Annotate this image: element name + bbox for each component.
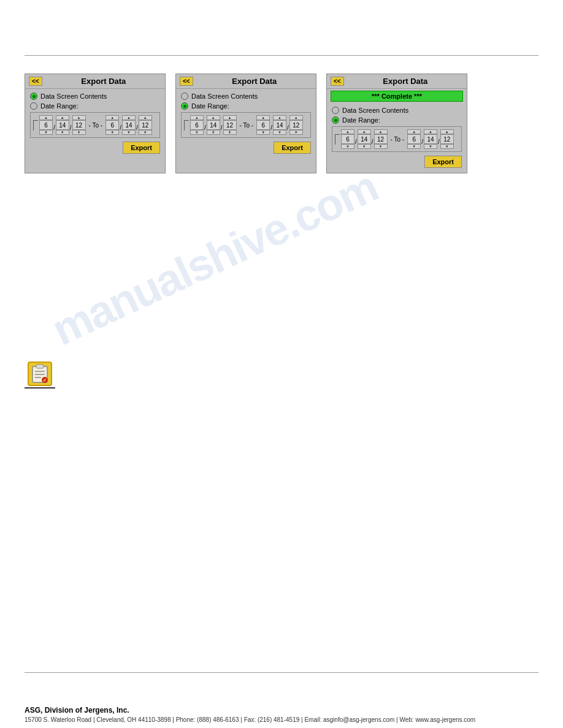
to-label-1: - To - bbox=[89, 122, 103, 129]
complete-banner: *** Complete *** bbox=[331, 91, 463, 102]
slash-2a: / bbox=[204, 124, 206, 131]
to-day-1[interactable]: ▲ 14 ▼ bbox=[122, 115, 136, 135]
to-month-2[interactable]: ▲ 6 ▼ bbox=[256, 115, 270, 135]
panel-3-title: Export Data bbox=[348, 77, 463, 86]
from-month-down-3[interactable]: ▼ bbox=[341, 144, 354, 149]
date-range-wrapper-3: ▲ 6 ▼ / ▲ 14 ▼ / bbox=[332, 126, 462, 152]
from-day-up-3[interactable]: ▲ bbox=[358, 129, 371, 134]
date-range-row-3: Date Range: bbox=[332, 116, 462, 124]
to-day-up-2[interactable]: ▲ bbox=[273, 115, 286, 120]
from-year-up-2[interactable]: ▲ bbox=[223, 115, 237, 120]
to-label-2: - To - bbox=[240, 122, 254, 129]
date-range-label-2: Date Range: bbox=[191, 102, 229, 110]
watermark: manualshive.com bbox=[37, 157, 392, 358]
export-button-2[interactable]: Export bbox=[274, 142, 311, 154]
from-day-2[interactable]: ▲ 14 ▼ bbox=[207, 115, 220, 135]
date-range-radio-1[interactable] bbox=[30, 102, 37, 110]
to-month-up-3[interactable]: ▲ bbox=[407, 129, 421, 134]
panel-2-body: Data Screen Contents Date Range: bbox=[176, 89, 316, 159]
date-range-radio-2[interactable] bbox=[181, 102, 188, 110]
note-icon: ✓ bbox=[28, 362, 52, 386]
data-screen-radio-2[interactable] bbox=[181, 93, 188, 100]
from-year-2[interactable]: ▲ 12 ▼ bbox=[223, 115, 237, 135]
to-month-down-1[interactable]: ▼ bbox=[105, 130, 119, 135]
top-rule bbox=[25, 55, 538, 56]
from-year-down-1[interactable]: ▼ bbox=[72, 130, 86, 135]
from-month-down-2[interactable]: ▼ bbox=[190, 130, 204, 135]
to-year-2[interactable]: ▲ 12 ▼ bbox=[289, 115, 303, 135]
from-month-up-3[interactable]: ▲ bbox=[341, 129, 354, 134]
slash-2c: / bbox=[270, 124, 272, 131]
from-day-up-2[interactable]: ▲ bbox=[207, 115, 220, 120]
from-day-down-2[interactable]: ▼ bbox=[207, 130, 220, 135]
to-label-3: - To - bbox=[391, 136, 405, 143]
from-year-3[interactable]: ▲ 12 ▼ bbox=[374, 129, 388, 149]
to-month-up-1[interactable]: ▲ bbox=[105, 115, 119, 120]
to-month-3[interactable]: ▲ 6 ▼ bbox=[407, 129, 421, 149]
from-year-down-2[interactable]: ▼ bbox=[223, 130, 237, 135]
data-screen-label-1: Data Screen Contents bbox=[40, 93, 107, 100]
to-month-up-2[interactable]: ▲ bbox=[256, 115, 270, 120]
slash-2b: / bbox=[221, 124, 223, 131]
from-month-down-1[interactable]: ▼ bbox=[39, 130, 53, 135]
to-day-down-3[interactable]: ▼ bbox=[424, 144, 437, 149]
from-month-2[interactable]: ▲ 6 ▼ bbox=[190, 115, 204, 135]
from-month-1[interactable]: ▲ 6 ▼ bbox=[39, 115, 53, 135]
slash-1b: / bbox=[70, 124, 72, 131]
to-day-down-1[interactable]: ▼ bbox=[122, 130, 136, 135]
from-year-up-3[interactable]: ▲ bbox=[374, 129, 388, 134]
slash-3c: / bbox=[421, 138, 423, 145]
to-month-1[interactable]: ▲ 6 ▼ bbox=[105, 115, 119, 135]
footer-address: 15700 S. Waterloo Road | Cleveland, OH 4… bbox=[25, 716, 538, 723]
from-day-3[interactable]: ▲ 14 ▼ bbox=[358, 129, 371, 149]
to-day-3[interactable]: ▲ 14 ▼ bbox=[424, 129, 437, 149]
date-range-wrapper-1: ▲ 6 ▼ / ▲ 14 ▼ / bbox=[30, 112, 160, 138]
from-day-down-3[interactable]: ▼ bbox=[358, 144, 371, 149]
panel-1-title-bar: << Export Data bbox=[25, 74, 165, 89]
slash-1a: / bbox=[53, 124, 55, 131]
to-year-down-1[interactable]: ▼ bbox=[139, 130, 152, 135]
export-button-1[interactable]: Export bbox=[123, 142, 160, 154]
to-month-down-2[interactable]: ▼ bbox=[256, 130, 270, 135]
export-button-3[interactable]: Export bbox=[424, 156, 462, 168]
data-screen-radio-1[interactable] bbox=[30, 93, 37, 100]
from-year-1[interactable]: ▲ 12 ▼ bbox=[72, 115, 86, 135]
data-screen-label-2: Data Screen Contents bbox=[191, 93, 258, 100]
data-screen-label-3: Data Screen Contents bbox=[342, 107, 408, 114]
to-year-1[interactable]: ▲ 12 ▼ bbox=[139, 115, 152, 135]
from-month-up-1[interactable]: ▲ bbox=[39, 115, 53, 120]
back-button-1[interactable]: << bbox=[29, 77, 42, 86]
back-button-2[interactable]: << bbox=[180, 77, 193, 86]
to-day-2[interactable]: ▲ 14 ▼ bbox=[273, 115, 286, 135]
from-month-3[interactable]: ▲ 6 ▼ bbox=[341, 129, 354, 149]
from-year-up-1[interactable]: ▲ bbox=[72, 115, 86, 120]
slash-3a: / bbox=[355, 138, 357, 145]
date-range-wrapper-2: ▲ 6 ▼ / ▲ 14 ▼ / bbox=[181, 112, 311, 138]
panels-container: << Export Data Data Screen Contents Date… bbox=[25, 74, 538, 173]
to-year-down-3[interactable]: ▼ bbox=[440, 144, 454, 149]
to-day-up-3[interactable]: ▲ bbox=[424, 129, 437, 134]
back-button-3[interactable]: << bbox=[331, 77, 344, 86]
to-year-3[interactable]: ▲ 12 ▼ bbox=[440, 129, 454, 149]
footer: ASG, Division of Jergens, Inc. 15700 S. … bbox=[0, 701, 563, 728]
svg-rect-1 bbox=[36, 365, 44, 368]
to-year-down-2[interactable]: ▼ bbox=[289, 130, 303, 135]
to-day-down-2[interactable]: ▼ bbox=[273, 130, 286, 135]
from-month-up-2[interactable]: ▲ bbox=[190, 115, 204, 120]
slash-2d: / bbox=[287, 124, 289, 131]
date-range-radio-3[interactable] bbox=[332, 116, 339, 124]
to-day-up-1[interactable]: ▲ bbox=[122, 115, 136, 120]
to-year-up-1[interactable]: ▲ bbox=[139, 115, 152, 120]
from-day-up-1[interactable]: ▲ bbox=[56, 115, 69, 120]
to-month-down-3[interactable]: ▼ bbox=[407, 144, 421, 149]
data-screen-row-1: Data Screen Contents bbox=[30, 93, 160, 100]
data-screen-radio-3[interactable] bbox=[332, 107, 339, 114]
clipboard-svg: ✓ bbox=[31, 364, 48, 384]
to-year-up-3[interactable]: ▲ bbox=[440, 129, 454, 134]
from-day-1[interactable]: ▲ 14 ▼ bbox=[56, 115, 69, 135]
from-year-down-3[interactable]: ▼ bbox=[374, 144, 388, 149]
svg-text:✓: ✓ bbox=[43, 378, 47, 382]
note-area: ✓ bbox=[25, 362, 55, 389]
from-day-down-1[interactable]: ▼ bbox=[56, 130, 69, 135]
to-year-up-2[interactable]: ▲ bbox=[289, 115, 303, 120]
